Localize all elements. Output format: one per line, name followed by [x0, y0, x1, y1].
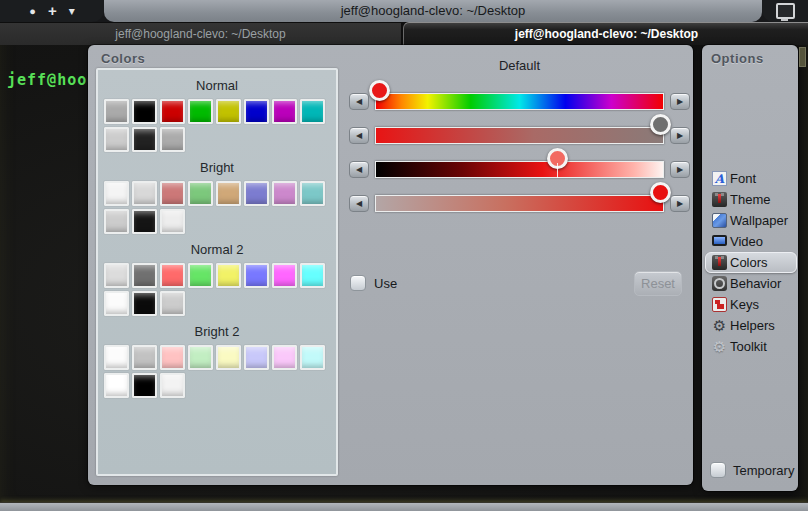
options-item-behavior[interactable]: Behavior [705, 273, 797, 294]
swatch-row [98, 209, 336, 234]
options-item-theme[interactable]: Theme [705, 189, 797, 210]
scrollbar-thumb[interactable] [799, 47, 806, 67]
slider-left-arrow-button[interactable]: ◀ [349, 161, 369, 178]
color-swatch[interactable] [244, 345, 269, 370]
color-swatch[interactable] [216, 99, 241, 124]
options-item-video[interactable]: Video [705, 231, 797, 252]
color-swatch[interactable] [132, 291, 157, 316]
color-swatch[interactable] [160, 291, 185, 316]
options-item-label: Toolkit [730, 339, 767, 354]
color-swatch[interactable] [104, 373, 129, 398]
swatch-row [98, 127, 336, 152]
hue-slider-track[interactable] [375, 93, 664, 110]
color-swatch[interactable] [188, 181, 213, 206]
color-swatch[interactable] [272, 181, 297, 206]
color-swatch[interactable] [160, 99, 185, 124]
color-swatch[interactable] [300, 345, 325, 370]
color-swatch[interactable] [272, 263, 297, 288]
color-swatch[interactable] [216, 263, 241, 288]
color-swatch[interactable] [104, 127, 129, 152]
options-panel: Options AFontThemeWallpaperVideoColorsBe… [702, 45, 798, 491]
color-swatch[interactable] [300, 99, 325, 124]
palette-section-title: Bright [98, 160, 336, 175]
options-item-toolkit[interactable]: ⚙Toolkit [705, 336, 797, 357]
color-swatch[interactable] [132, 99, 157, 124]
color-swatch[interactable] [160, 345, 185, 370]
alpha-slider-track[interactable] [375, 195, 664, 212]
temporary-checkbox[interactable] [710, 462, 726, 478]
palette-section: Normal 2 [98, 242, 336, 316]
saturation-slider: ◀▶ [349, 127, 690, 144]
tab-terminal-1[interactable]: jeff@hoogland-clevo: ~/Desktop [0, 23, 401, 45]
options-item-colors[interactable]: Colors [705, 252, 797, 273]
options-item-label: Keys [730, 297, 759, 312]
options-item-helpers[interactable]: ⚙Helpers [705, 315, 797, 336]
color-swatch[interactable] [160, 263, 185, 288]
menu-chevron-icon[interactable]: ▾ [69, 5, 75, 17]
color-swatch[interactable] [160, 127, 185, 152]
color-swatch[interactable] [216, 181, 241, 206]
color-swatch[interactable] [300, 181, 325, 206]
color-swatch[interactable] [132, 263, 157, 288]
color-swatch[interactable] [160, 373, 185, 398]
titlebar-right-corner [762, 0, 808, 22]
color-swatch[interactable] [132, 373, 157, 398]
color-swatch[interactable] [216, 345, 241, 370]
new-tab-icon[interactable]: + [48, 3, 57, 18]
slider-left-arrow-button[interactable]: ◀ [349, 93, 369, 110]
window-title: jeff@hoogland-clevo: ~/Desktop [104, 3, 762, 18]
colors-panel-title: Colors [101, 51, 145, 66]
options-item-keys[interactable]: Keys [705, 294, 797, 315]
color-swatch[interactable] [160, 209, 185, 234]
color-swatch[interactable] [132, 345, 157, 370]
monitor-icon[interactable] [776, 3, 795, 19]
color-swatch[interactable] [104, 291, 129, 316]
slider-right-arrow-button[interactable]: ▶ [670, 93, 690, 110]
use-reset-row: Use Reset [350, 271, 682, 297]
use-checkbox[interactable] [350, 275, 366, 291]
slider-right-arrow-button[interactable]: ▶ [670, 127, 690, 144]
swatch-row [98, 345, 336, 370]
color-swatch[interactable] [244, 99, 269, 124]
close-icon[interactable]: ● [29, 6, 36, 17]
color-swatch[interactable] [132, 181, 157, 206]
color-swatch[interactable] [104, 345, 129, 370]
swatch-row [98, 99, 336, 124]
color-swatch[interactable] [104, 99, 129, 124]
hue-slider-knob[interactable] [369, 80, 390, 101]
palette-section-title: Normal 2 [98, 242, 336, 257]
saturation-slider-track[interactable] [375, 127, 664, 144]
swatch-row [98, 291, 336, 316]
hue-slider: ◀▶ [349, 93, 690, 110]
alpha-slider-knob[interactable] [650, 182, 671, 203]
palette-section: Normal [98, 78, 336, 152]
options-item-font[interactable]: AFont [705, 168, 797, 189]
color-swatch[interactable] [188, 99, 213, 124]
color-swatch[interactable] [300, 263, 325, 288]
color-swatch[interactable] [188, 263, 213, 288]
color-swatch[interactable] [104, 263, 129, 288]
titlebar-plate[interactable]: jeff@hoogland-clevo: ~/Desktop [104, 0, 762, 22]
color-swatch[interactable] [272, 99, 297, 124]
color-swatch[interactable] [188, 345, 213, 370]
color-swatch[interactable] [132, 209, 157, 234]
slider-left-arrow-button[interactable]: ◀ [349, 127, 369, 144]
slider-right-arrow-button[interactable]: ▶ [670, 161, 690, 178]
lightness-slider-track[interactable] [375, 161, 664, 178]
options-panel-title: Options [711, 51, 764, 66]
color-swatch[interactable] [272, 345, 297, 370]
color-swatch[interactable] [244, 181, 269, 206]
saturation-slider-knob[interactable] [650, 114, 671, 135]
reset-button[interactable]: Reset [634, 271, 682, 296]
behavior-dial-icon [712, 276, 727, 291]
color-swatch[interactable] [104, 181, 129, 206]
tab-terminal-2-active[interactable]: jeff@hoogland-clevo: ~/Desktop [403, 22, 808, 45]
color-swatch[interactable] [160, 181, 185, 206]
color-scheme-list[interactable]: NormalBrightNormal 2Bright 2 [96, 68, 338, 476]
color-swatch[interactable] [244, 263, 269, 288]
color-swatch[interactable] [104, 209, 129, 234]
options-item-wallpaper[interactable]: Wallpaper [705, 210, 797, 231]
slider-right-arrow-button[interactable]: ▶ [670, 195, 690, 212]
color-swatch[interactable] [132, 127, 157, 152]
slider-left-arrow-button[interactable]: ◀ [349, 195, 369, 212]
